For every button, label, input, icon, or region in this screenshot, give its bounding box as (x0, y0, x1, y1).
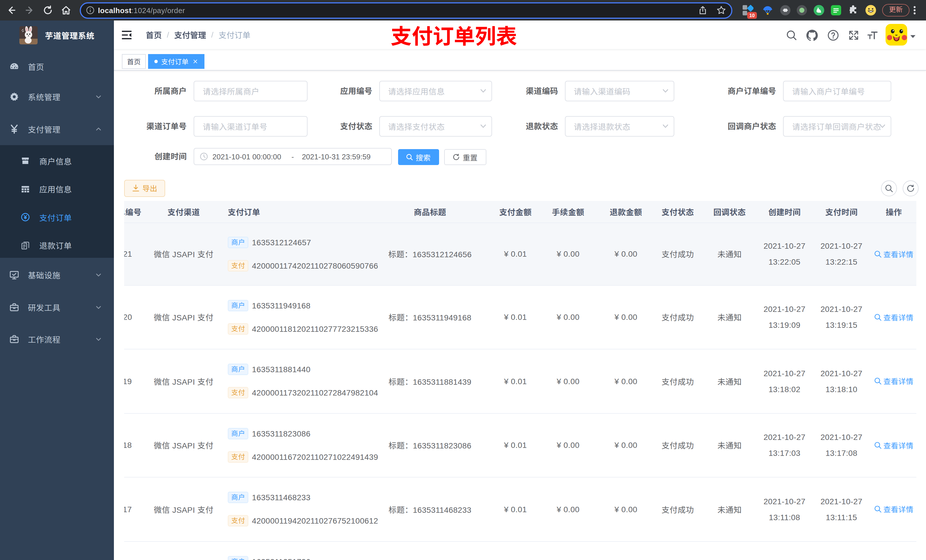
sidebar-item-workflow[interactable]: 工作流程 (0, 323, 114, 355)
breadcrumb-separator: / (211, 30, 213, 39)
browser-back-icon[interactable] (6, 5, 17, 16)
user-avatar[interactable] (885, 24, 907, 45)
cell-notify-status (702, 542, 757, 560)
cell-pay-order: 商户1635311468233 支付4200001194202110276752… (222, 477, 367, 541)
orders-table: 订单编号 支付渠道 支付订单 商品标题 支付金额 手续金额 退款金额 支付状态 … (124, 201, 916, 560)
refresh-table-button[interactable] (902, 180, 918, 196)
browser-menu-icon[interactable] (910, 5, 919, 16)
extension-command-icon[interactable] (780, 5, 791, 16)
merchant-no: 1635312124657 (252, 238, 311, 247)
page-content: 所属商户 请选择所属商户 应用编号 请选择应用信息 渠道编码 请输入渠道编码 商… (114, 71, 926, 560)
pay-tag: 支付 (228, 323, 248, 335)
view-detail-label: 查看详情 (883, 248, 914, 259)
tag-pay-order[interactable]: 支付订单 (148, 54, 204, 69)
site-info-icon[interactable] (86, 6, 95, 15)
search-icon[interactable] (786, 30, 797, 41)
profile-avatar-emoji-icon[interactable] (865, 5, 876, 16)
breadcrumb-pay[interactable]: 支付管理 (174, 29, 206, 41)
cell-order-id: 117 (124, 477, 145, 541)
col-notify-status: 回调状态 (702, 201, 757, 222)
table-row: 118 微信 JSAPI 支付 商户1635311823086 支付420000… (124, 414, 916, 477)
cell-channel: 微信 JSAPI 支付 (145, 285, 222, 349)
pay-date: 2021-10-27 (820, 238, 862, 254)
extension-wxdev-icon[interactable] (830, 5, 842, 16)
cell-notify-status: 未通知 (702, 477, 757, 541)
search-icon (874, 377, 882, 385)
annotation-title: 支付订单列表 (391, 26, 517, 47)
reset-button[interactable]: 重置 (444, 149, 486, 165)
cell-notify-status: 未通知 (702, 223, 757, 285)
help-icon[interactable] (828, 30, 839, 41)
sidebar-item-system[interactable]: 系统管理 (0, 81, 114, 113)
view-detail-link[interactable]: 查看详情 (874, 376, 914, 387)
cell-actions: 查看详情 (872, 349, 916, 413)
pay-no: 4200001194202110276752100612 (252, 516, 378, 525)
sidebar-item-infra[interactable]: 基础设施 (0, 259, 114, 291)
filter-date-range[interactable]: 2021-10-01 00:00:00 - 2021-10-31 23:59:5… (194, 148, 392, 165)
cell-pay-time: 2021-10-2713:22:15 (811, 223, 872, 285)
sidebar-fold-icon[interactable] (122, 30, 132, 39)
filter-notify-status-select[interactable]: 请选择订单回调商户状态 (783, 116, 891, 136)
cell-title: 标题：1635311881439 (367, 349, 493, 413)
cell-channel: 微信 JSAPI 支付 (145, 414, 222, 477)
create-clock: 13:19:09 (763, 317, 805, 333)
tag-close-icon[interactable] (192, 58, 198, 64)
extension-recorder-icon[interactable] (796, 5, 808, 16)
view-detail-link[interactable]: 查看详情 (874, 248, 914, 259)
create-date: 2021-10-27 (763, 494, 805, 509)
export-button[interactable]: 导出 (124, 180, 165, 197)
show-search-toggle-button[interactable] (881, 180, 897, 196)
breadcrumb-home[interactable]: 首页 (146, 29, 162, 41)
table-row: 119 微信 JSAPI 支付 商户1635311881440 支付420000… (124, 349, 916, 414)
filter-merchant-order-no-input[interactable]: 请输入商户订单编号 (783, 80, 891, 101)
sidebar-item-pay[interactable]: 支付管理 (0, 113, 114, 145)
col-order-id[interactable]: 订单编号 (124, 201, 145, 222)
browser-forward-icon[interactable] (24, 5, 35, 16)
extension-paraglider-icon[interactable] (762, 5, 773, 16)
col-fee: 手续金额 (538, 201, 598, 222)
date-start[interactable]: 2021-10-01 00:00:00 (212, 152, 281, 161)
github-icon[interactable] (806, 30, 818, 41)
sidebar-item-pay-order[interactable]: 支付订单 (0, 203, 114, 231)
share-icon[interactable] (698, 6, 707, 15)
search-button[interactable]: 搜索 (398, 149, 439, 165)
view-detail-link[interactable]: 查看详情 (874, 312, 914, 323)
address-bar[interactable]: localhost:1024/pay/order (80, 2, 732, 18)
filter-refund-status-select[interactable]: 请选择退款状态 (564, 116, 674, 136)
col-actions: 操作 (872, 201, 916, 222)
browser-home-icon[interactable] (61, 5, 72, 16)
pay-no: 4200001173202110272847982104 (252, 388, 378, 397)
sidebar-item-app-info[interactable]: 应用信息 (0, 175, 114, 203)
font-size-icon[interactable] (867, 30, 878, 41)
cell-amount: ¥ 0.01 (493, 285, 538, 349)
sidebar-item-home[interactable]: 首页 (0, 50, 114, 82)
filter-channel-code-select[interactable]: 请输入渠道编码 (564, 80, 674, 101)
merchant-tag: 商户 (228, 428, 248, 439)
sidebar-item-merchant-info[interactable]: 商户信息 (0, 147, 114, 175)
extension-yuque-icon[interactable] (813, 5, 825, 16)
sidebar-item-refund-order[interactable]: 退款订单 (0, 231, 114, 260)
sidebar-logo[interactable]: 芋道管理系统 (0, 21, 114, 50)
cell-create-time (757, 542, 811, 560)
sidebar-item-label: 基础设施 (28, 269, 61, 281)
sidebar-item-label: 研发工具 (28, 302, 61, 313)
tag-home[interactable]: 首页 (122, 54, 146, 69)
chevron-down-icon (95, 304, 102, 311)
extensions-puzzle-icon[interactable] (847, 5, 859, 16)
app-title: 芋道管理系统 (45, 21, 95, 50)
view-detail-link[interactable]: 查看详情 (874, 504, 914, 515)
pay-date: 2021-10-27 (820, 429, 862, 445)
cell-actions: 查看详情 (872, 285, 916, 349)
date-end[interactable]: 2021-10-31 23:59:59 (302, 152, 371, 161)
filter-label-pay-status: 支付状态 (287, 116, 372, 136)
logo-rabbit-image (20, 26, 38, 44)
caret-down-icon[interactable] (910, 35, 916, 39)
view-detail-link[interactable]: 查看详情 (874, 440, 914, 451)
browser-update-button[interactable]: 更新 (882, 4, 909, 17)
sidebar-item-devtools[interactable]: 研发工具 (0, 291, 114, 323)
bookmark-star-icon[interactable] (716, 5, 726, 15)
url-text[interactable]: localhost:1024/pay/order (98, 6, 185, 15)
browser-reload-icon[interactable] (42, 5, 53, 16)
pay-no: 4200001174202110278060590766 (252, 261, 378, 270)
fullscreen-icon[interactable] (848, 30, 859, 41)
